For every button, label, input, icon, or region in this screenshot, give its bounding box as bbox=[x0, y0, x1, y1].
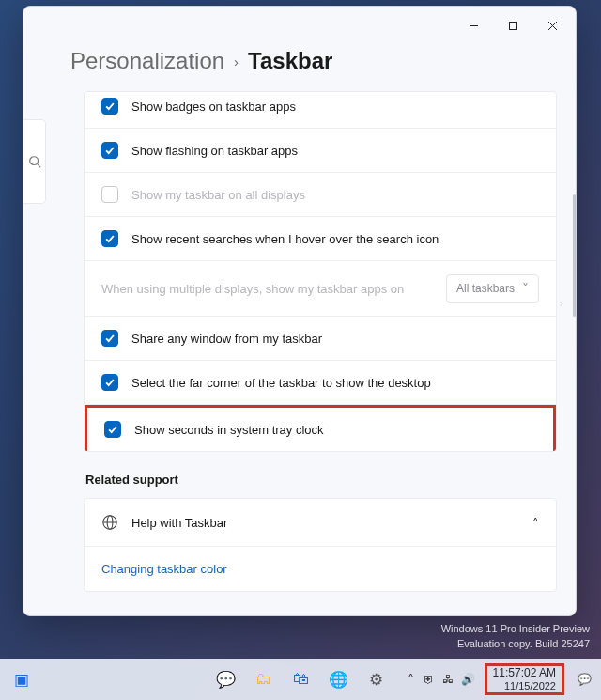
help-link-changing-color[interactable]: Changing taskbar color bbox=[85, 547, 556, 591]
chevron-up-icon: ˄ bbox=[532, 516, 539, 530]
setting-label: Show recent searches when I hover over t… bbox=[131, 232, 439, 246]
notification-center-icon[interactable]: 💬 bbox=[574, 673, 595, 686]
clock-date: 11/15/2022 bbox=[493, 680, 556, 692]
widgets-button[interactable]: ▣ bbox=[6, 663, 38, 695]
checkbox-checked[interactable] bbox=[101, 98, 118, 115]
help-label: Help with Taskbar bbox=[131, 516, 227, 530]
checkbox-checked[interactable] bbox=[101, 142, 118, 159]
taskbar-left-widgets: ▣ bbox=[6, 663, 38, 695]
svg-line-5 bbox=[37, 164, 40, 168]
setting-row-recent-searches[interactable]: Show recent searches when I hover over t… bbox=[85, 217, 556, 261]
setting-label: Show flashing on taskbar apps bbox=[131, 144, 298, 158]
help-with-taskbar[interactable]: Help with Taskbar ˄ bbox=[85, 499, 556, 547]
related-support-heading: Related support bbox=[85, 473, 557, 487]
help-link-label: Changing taskbar color bbox=[101, 562, 227, 576]
checkbox-unchecked bbox=[101, 186, 118, 203]
setting-row-show-flashing[interactable]: Show flashing on taskbar apps bbox=[85, 129, 556, 173]
maximize-button[interactable] bbox=[493, 10, 532, 40]
dropdown-value: All taskbars bbox=[456, 282, 515, 295]
edge-button[interactable]: 🌐 bbox=[322, 663, 354, 695]
chevron-right-icon: › bbox=[553, 270, 570, 335]
setting-label: Show badges on taskbar apps bbox=[131, 100, 296, 114]
breadcrumb-parent[interactable]: Personalization bbox=[70, 48, 224, 74]
setting-label: Show seconds in system tray clock bbox=[134, 423, 324, 437]
setting-row-show-badges[interactable]: Show badges on taskbar apps bbox=[85, 92, 556, 129]
setting-row-far-corner[interactable]: Select the far corner of the taskbar to … bbox=[85, 361, 556, 405]
microsoft-store-button[interactable]: 🛍 bbox=[285, 663, 316, 695]
close-button[interactable] bbox=[532, 10, 572, 40]
checkbox-checked[interactable] bbox=[101, 230, 118, 247]
taskbar-center: 💬 🗂 🛍 🌐 ⚙ bbox=[209, 663, 392, 695]
tray-status-icons[interactable]: ⛨ 🖧 🔊 bbox=[424, 673, 475, 686]
setting-label: Share any window from my taskbar bbox=[131, 332, 322, 346]
taskbar-behaviors-list: Show badges on taskbar apps Show flashin… bbox=[84, 91, 557, 452]
file-explorer-button[interactable]: 🗂 bbox=[247, 663, 279, 695]
volume-icon: 🔊 bbox=[461, 673, 475, 686]
edition-line: Windows 11 Pro Insider Preview bbox=[441, 622, 590, 636]
window-titlebar bbox=[23, 7, 576, 44]
globe-icon bbox=[101, 514, 118, 531]
settings-button[interactable]: ⚙ bbox=[360, 663, 392, 695]
checkbox-checked[interactable] bbox=[101, 374, 118, 391]
security-icon: ⛨ bbox=[424, 673, 435, 686]
setting-label: Select the far corner of the taskbar to … bbox=[131, 376, 431, 390]
breadcrumb: Personalization › Taskbar bbox=[23, 44, 576, 91]
build-line: Evaluation copy. Build 25247 bbox=[441, 637, 590, 651]
svg-rect-1 bbox=[509, 22, 516, 29]
windows-edition-watermark: Windows 11 Pro Insider Preview Evaluatio… bbox=[441, 622, 590, 651]
search-icon bbox=[28, 155, 41, 168]
taskbar: ▣ 💬 🗂 🛍 🌐 ⚙ ˄ ⛨ 🖧 🔊 11:57:02 AM 11/15/20… bbox=[0, 659, 601, 700]
tray-overflow-icon[interactable]: ˄ bbox=[408, 672, 414, 687]
chevron-right-icon: › bbox=[234, 54, 239, 70]
chat-button[interactable]: 💬 bbox=[209, 663, 241, 695]
setting-row-share-window[interactable]: Share any window from my taskbar bbox=[85, 317, 556, 361]
setting-label: Show my taskbar on all displays bbox=[131, 188, 305, 202]
scrollbar-thumb[interactable] bbox=[573, 194, 576, 317]
page-title: Taskbar bbox=[248, 48, 332, 74]
system-tray: ˄ ⛨ 🖧 🔊 11:57:02 AM 11/15/2022 💬 bbox=[408, 663, 595, 695]
checkbox-checked[interactable] bbox=[104, 421, 121, 438]
settings-window: Personalization › Taskbar Show badges on… bbox=[23, 6, 577, 616]
setting-row-show-seconds[interactable]: Show seconds in system tray clock bbox=[85, 405, 556, 451]
svg-point-4 bbox=[29, 157, 38, 165]
dropdown-all-taskbars: All taskbars ˅ bbox=[446, 274, 539, 303]
setting-row-multi-display: When using multiple displays, show my ta… bbox=[85, 261, 556, 317]
related-support-card: Help with Taskbar ˄ Changing taskbar col… bbox=[84, 498, 557, 592]
settings-content: Show badges on taskbar apps Show flashin… bbox=[23, 91, 576, 615]
chevron-down-icon: ˅ bbox=[522, 281, 529, 296]
checkbox-checked[interactable] bbox=[101, 330, 118, 347]
minimize-button[interactable] bbox=[454, 10, 493, 40]
setting-row-all-displays: Show my taskbar on all displays bbox=[85, 173, 556, 217]
clock-time: 11:57:02 AM bbox=[493, 667, 556, 680]
search-collapsed[interactable] bbox=[23, 119, 46, 204]
system-clock[interactable]: 11:57:02 AM 11/15/2022 bbox=[485, 663, 564, 695]
setting-label: When using multiple displays, show my ta… bbox=[101, 282, 404, 296]
network-icon: 🖧 bbox=[442, 673, 454, 686]
